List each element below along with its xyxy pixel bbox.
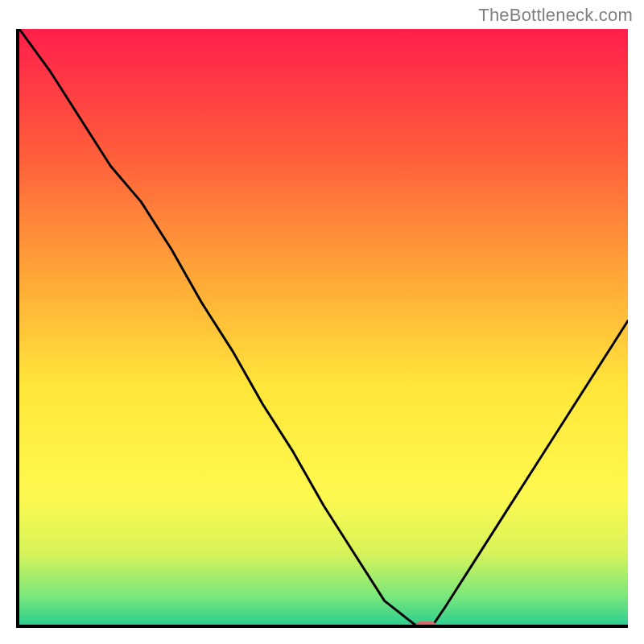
bottleneck-curve <box>19 29 628 625</box>
bottleneck-chart: TheBottleneck.com <box>0 0 644 644</box>
optimal-marker <box>415 621 436 628</box>
watermark-text: TheBottleneck.com <box>478 5 633 26</box>
plot-area <box>16 29 628 628</box>
